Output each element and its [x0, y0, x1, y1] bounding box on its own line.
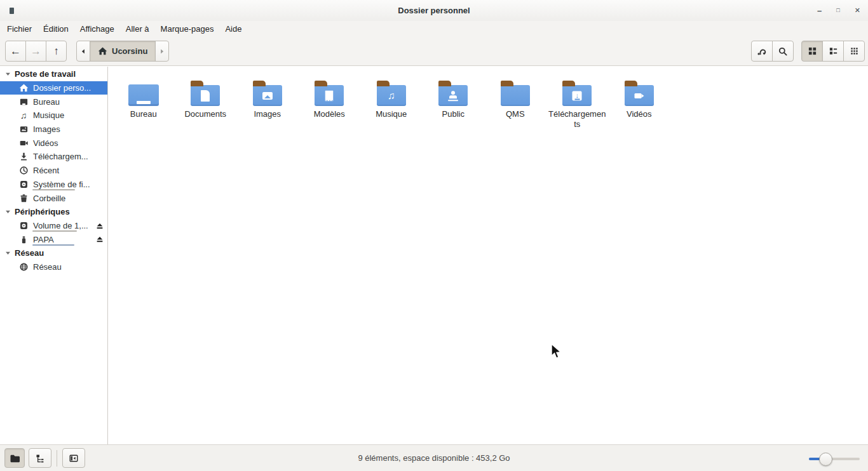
- file-label: Téléchargements: [548, 109, 606, 129]
- section-label: Périphériques: [15, 207, 70, 216]
- file-label: Vidéos: [627, 109, 652, 119]
- sidebar-item-label: Téléchargem...: [33, 152, 88, 161]
- home-icon: [98, 46, 107, 56]
- sidebar-item-label: Bureau: [33, 97, 60, 107]
- folder-icon: [501, 85, 530, 106]
- folder-icon: [625, 85, 654, 106]
- desktop-folder-icon: [128, 84, 159, 106]
- zoom-slider[interactable]: [809, 458, 860, 460]
- disk-icon: [18, 179, 29, 189]
- breadcrumb-current-button[interactable]: Ucorsinu: [90, 41, 156, 62]
- music-emblem-icon: ♫: [388, 91, 395, 101]
- section-label: Poste de travail: [15, 69, 76, 79]
- icon-view-button[interactable]: [801, 41, 823, 62]
- maximize-button[interactable]: □: [836, 8, 839, 13]
- search-icon: [778, 46, 788, 56]
- sidebar-section-computer[interactable]: Poste de travail: [0, 67, 107, 81]
- file-icon-view[interactable]: Bureau Documents Images Modèles ♫ Musiqu…: [109, 67, 868, 444]
- sidebar-item-filesystem[interactable]: Système de fi...: [0, 178, 107, 192]
- file-folder-videos[interactable]: Vidéos: [608, 76, 670, 129]
- window-menu-icon[interactable]: [10, 8, 14, 14]
- list-view-button[interactable]: [822, 41, 844, 62]
- eject-button[interactable]: [95, 222, 104, 230]
- folder-icon: ↓: [562, 85, 592, 106]
- sidebar-item-telechargements[interactable]: Téléchargem...: [0, 150, 107, 164]
- file-label: Musique: [376, 109, 407, 119]
- sidebar-item-label: Musique: [33, 110, 64, 120]
- folder-icon: [315, 85, 344, 106]
- menubar: Fichier Édition Affichage Aller à Marque…: [0, 21, 868, 36]
- file-folder-telechargements[interactable]: ↓ Téléchargements: [546, 76, 609, 129]
- view-switcher: [801, 41, 865, 62]
- sidebar-item-reseau[interactable]: Réseau: [0, 260, 107, 274]
- menu-aide[interactable]: Aide: [219, 24, 247, 34]
- sidebar-item-label: Corbeille: [33, 194, 65, 203]
- expander-icon: [4, 70, 11, 77]
- minimize-button[interactable]: –: [817, 6, 822, 15]
- sidebar-item-label: Volume de 1,...: [33, 221, 88, 230]
- menu-fichier[interactable]: Fichier: [1, 24, 37, 34]
- folder-icon: [438, 85, 468, 106]
- image-emblem-icon: [262, 92, 273, 100]
- trash-icon: [18, 193, 29, 203]
- document-emblem-icon: [201, 90, 210, 102]
- file-folder-documents[interactable]: Documents: [175, 76, 237, 129]
- sidebar-item-corbeille[interactable]: Corbeille: [0, 191, 107, 205]
- menu-affichage[interactable]: Affichage: [74, 24, 120, 34]
- sidebar-item-label: Réseau: [33, 262, 62, 272]
- sidebar-section-devices[interactable]: Périphériques: [0, 205, 107, 219]
- music-icon: ♫: [18, 110, 29, 121]
- sidebar-item-home[interactable]: Dossier perso...: [0, 81, 107, 95]
- home-icon: [18, 83, 29, 93]
- search-button[interactable]: [772, 41, 794, 62]
- close-button[interactable]: ✕: [855, 7, 860, 14]
- menu-marque-pages[interactable]: Marque-pages: [155, 24, 220, 34]
- file-folder-public[interactable]: Public: [423, 76, 485, 129]
- status-text: 9 éléments, espace disponible : 453,2 Go: [0, 445, 868, 471]
- menu-edition[interactable]: Édition: [37, 24, 74, 34]
- menu-aller-a[interactable]: Aller à: [120, 24, 155, 34]
- compact-view-icon: [850, 46, 859, 56]
- file-folder-bureau[interactable]: Bureau: [112, 76, 175, 129]
- expander-icon: [4, 249, 11, 256]
- network-globe-icon: [18, 262, 29, 272]
- zoom-slider-handle[interactable]: [819, 453, 832, 466]
- clock-icon: [18, 166, 29, 176]
- sidebar-item-papa[interactable]: PAPA: [0, 232, 107, 246]
- statusbar: 9 éléments, espace disponible : 453,2 Go: [0, 444, 868, 471]
- back-button[interactable]: ←: [5, 41, 26, 62]
- toggle-location-entry-button[interactable]: [751, 41, 773, 62]
- disk-icon: [18, 220, 29, 230]
- location-edit-icon: [757, 46, 767, 56]
- sidebar-item-images[interactable]: Images: [0, 123, 107, 136]
- video-icon: [18, 138, 29, 148]
- usb-drive-icon: [18, 234, 29, 244]
- eject-button[interactable]: [95, 235, 104, 244]
- forward-button[interactable]: →: [25, 41, 46, 62]
- sidebar-item-videos[interactable]: Vidéos: [0, 136, 107, 150]
- breadcrumb-prev-button[interactable]: [76, 41, 90, 62]
- video-emblem-icon: [634, 93, 641, 98]
- sidebar-item-recent[interactable]: Récent: [0, 164, 107, 178]
- breadcrumb-next-button[interactable]: [155, 41, 169, 62]
- file-folder-qms[interactable]: QMS: [484, 76, 546, 129]
- expander-icon: [4, 208, 11, 215]
- sidebar-item-volume[interactable]: Volume de 1,...: [0, 219, 107, 233]
- up-icon: ↑: [53, 46, 59, 56]
- compact-view-button[interactable]: [843, 41, 865, 62]
- places-sidebar: Poste de travail Dossier perso... Bureau…: [0, 67, 108, 444]
- file-label: Documents: [184, 109, 226, 119]
- up-button[interactable]: ↑: [46, 41, 67, 62]
- file-label: QMS: [506, 109, 525, 119]
- icon-view-icon: [808, 46, 817, 56]
- sidebar-section-network[interactable]: Réseau: [0, 246, 107, 260]
- eject-icon: [95, 222, 104, 230]
- file-folder-images[interactable]: Images: [236, 76, 299, 129]
- sidebar-item-label: Images: [33, 124, 60, 134]
- file-folder-musique[interactable]: ♫ Musique: [360, 76, 423, 129]
- sidebar-item-musique[interactable]: ♫ Musique: [0, 109, 107, 123]
- toolbar: ← → ↑ Ucorsinu: [0, 36, 868, 66]
- sidebar-item-bureau[interactable]: Bureau: [0, 95, 107, 109]
- file-folder-modeles[interactable]: Modèles: [299, 76, 361, 129]
- file-label: Images: [254, 109, 281, 119]
